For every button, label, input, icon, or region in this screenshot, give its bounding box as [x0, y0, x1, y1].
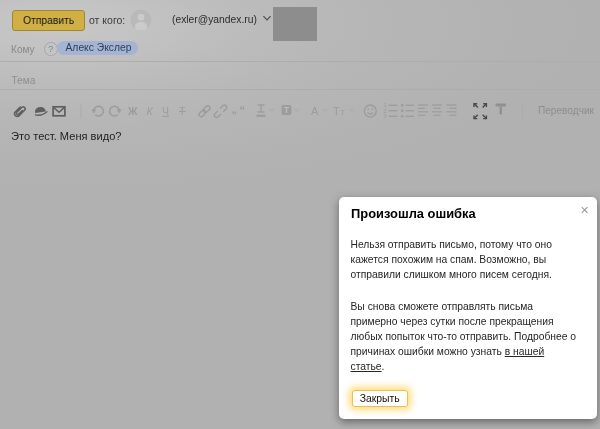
svg-text:A: A: [311, 105, 319, 117]
svg-text:T: T: [333, 105, 340, 117]
svg-text:Т: Т: [179, 105, 186, 117]
svg-text:3: 3: [384, 113, 387, 119]
svg-text:“: “: [240, 104, 246, 116]
svg-text:„: „: [232, 103, 238, 115]
svg-text:Переводчик: Переводчик: [538, 105, 595, 116]
svg-text:К: К: [147, 105, 154, 117]
svg-text:Ж: Ж: [127, 105, 138, 117]
svg-text:т: т: [341, 106, 346, 117]
svg-text:T: T: [284, 105, 290, 115]
svg-text:Ч: Ч: [162, 105, 169, 117]
